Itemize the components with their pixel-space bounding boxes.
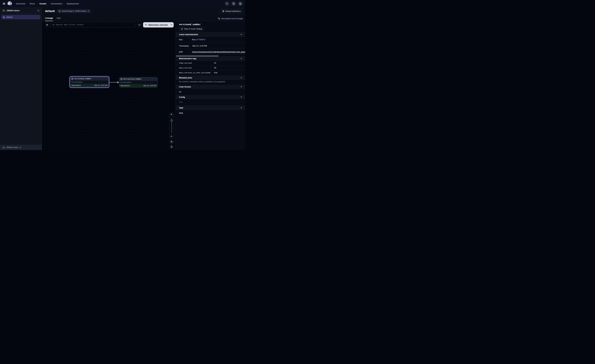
footer-repo-name: 250321-dvers <box>7 146 18 148</box>
asset-table-icon <box>120 78 122 80</box>
download-icon <box>170 146 173 148</box>
sidebar: 250321-dvers 1 default 250321-dvers <box>0 7 42 150</box>
view-in-asset-catalog-button[interactable]: View in Asset Catalog <box>179 27 204 31</box>
section-title: Config <box>179 96 185 98</box>
asset-node-versioned-number[interactable]: versioned_number No description Material… <box>70 77 109 87</box>
gear-icon <box>239 2 242 5</box>
config-value: Any <box>179 101 183 103</box>
latest-materialization-table: Run Run ef7800f2 Timestamp Mar 21, 5:25 … <box>176 37 245 55</box>
sidebar-repo-row[interactable]: 250321-dvers 1 <box>0 8 42 14</box>
tab-list[interactable]: List <box>57 17 61 21</box>
collapse-caret-icon <box>241 77 242 78</box>
badge-repo-link[interactable]: 250321-dvers <box>75 10 86 12</box>
materialize-selected-button[interactable]: Materialize selected <box>143 22 174 28</box>
expand-sidebar-panel-button[interactable] <box>45 22 50 28</box>
collapse-caret-icon <box>241 107 242 108</box>
top-nav-actions <box>224 1 243 6</box>
section-latest-materialization[interactable]: Latest materialization <box>176 32 245 37</box>
lineage-graph-canvas[interactable]: Materialize selected versioned_number No… <box>42 21 176 150</box>
row-value: Mar 21, 5:25 PM <box>190 43 245 49</box>
row-key: Run <box>176 37 190 43</box>
folder-icon <box>3 9 5 12</box>
tag-key: code_version <box>176 61 212 65</box>
page-header: default Asset Group in 250321-dvers Relo… <box>42 7 245 21</box>
section-title: Type <box>179 107 183 109</box>
catalog-button-label: View in Asset Catalog <box>184 28 202 30</box>
section-materialization-tags[interactable]: Materialization tags <box>176 56 245 61</box>
download-graph-button[interactable] <box>169 145 174 149</box>
sync-icon[interactable] <box>87 10 89 12</box>
nav-item-runs[interactable]: Runs <box>30 2 35 5</box>
tag-value: v4 <box>212 62 245 64</box>
asset-node-description: No description <box>119 81 157 84</box>
path-link[interactable]: /Users/smackesey/stm/code/elementl/exper… <box>192 51 245 53</box>
collapse-caret-icon <box>241 34 242 35</box>
view-tabs: Lineage List <box>45 17 61 21</box>
tag-value: 20 <box>212 67 245 69</box>
asset-table-icon <box>71 78 73 80</box>
asset-node-multiplied-number[interactable]: multiplied_number No description Materia… <box>119 77 158 87</box>
section-metadata-plots[interactable]: Metadata plots <box>176 76 245 80</box>
sidebar-footer-repo[interactable]: 250321-dvers <box>0 145 42 150</box>
table-row: Timestamp Mar 21, 5:25 PM <box>176 43 245 49</box>
run-id-link[interactable]: ef7800f2 <box>196 39 205 41</box>
asset-detail-panel: versioned_number View in Asset Catalog L… <box>176 21 245 150</box>
materialization-timestamp[interactable]: Mar 21, 5:25 PM <box>143 85 156 87</box>
settings-button[interactable] <box>238 1 243 6</box>
search-input[interactable] <box>56 24 134 26</box>
metadata-plots-empty-text: No numeric metadata entries available to… <box>179 81 226 83</box>
nav-item-deployment[interactable]: Deployment <box>67 2 79 5</box>
table-row: path /Users/smackesey/stm/code/elementl/… <box>176 49 245 55</box>
lineage-edge-arrow <box>109 81 120 84</box>
asset-group-icon <box>58 10 61 12</box>
section-title: Latest materialization <box>179 34 198 36</box>
tab-lineage[interactable]: Lineage <box>45 17 53 21</box>
refresh-icon <box>138 24 141 26</box>
materialized-status: Materialized <box>120 85 130 87</box>
materialize-dropdown-button[interactable] <box>170 25 174 25</box>
top-nav: Overview Runs Assets Automation Deployme… <box>0 0 245 7</box>
help-icon <box>232 2 235 5</box>
nav-item-overview[interactable]: Overview <box>16 2 25 5</box>
dagster-logo[interactable] <box>7 1 13 7</box>
reload-definitions-button[interactable]: Reload definitions <box>220 9 243 13</box>
asset-search-box <box>51 22 136 28</box>
hamburger-menu-icon[interactable] <box>1 1 6 6</box>
section-code-version[interactable]: Code Version <box>176 85 245 89</box>
dagster-app: Overview Runs Assets Automation Deployme… <box>0 0 245 150</box>
section-config[interactable]: Config <box>176 95 245 99</box>
sidebar-item-default-group[interactable]: default <box>1 15 40 19</box>
table-row: data_version_is_user_provided true <box>176 70 245 75</box>
section-title: Metadata plots <box>179 77 192 79</box>
help-button[interactable] <box>231 1 236 6</box>
chevron-down-icon <box>171 25 172 25</box>
graph-toolbar: Materialize selected <box>45 22 174 28</box>
sync-icon[interactable] <box>19 147 21 148</box>
panel-toggle-icon <box>46 24 49 26</box>
global-lineage-label: View global asset lineage <box>221 17 243 20</box>
horizontal-scrollbar[interactable] <box>176 56 219 56</box>
tag-key: data_version <box>176 65 212 70</box>
zoom-slider[interactable] <box>170 117 174 134</box>
asset-group-badge[interactable]: Asset Group in 250321-dvers <box>57 9 91 13</box>
search-button[interactable] <box>224 1 229 6</box>
refresh-graph-button[interactable] <box>137 22 142 28</box>
nav-item-assets[interactable]: Assets <box>39 2 46 5</box>
table-row: data_version 20 <box>176 65 245 70</box>
sparkle-icon <box>145 24 147 26</box>
reload-cube-icon <box>222 10 224 12</box>
page-title: default <box>45 9 55 13</box>
tag-value: true <box>212 71 245 74</box>
zoom-slider-knob[interactable] <box>170 119 173 122</box>
gear-icon <box>170 140 173 143</box>
collapse-caret-icon <box>241 58 242 59</box>
view-global-asset-lineage-link[interactable]: View global asset lineage <box>218 17 243 20</box>
nav-item-automation[interactable]: Automation <box>51 2 62 5</box>
section-type[interactable]: Type <box>176 106 245 110</box>
zoom-out-button[interactable] <box>170 134 174 139</box>
graph-settings-button[interactable] <box>169 140 174 144</box>
asset-node-name: versioned_number <box>74 78 92 80</box>
folder-icon <box>3 147 5 148</box>
zoom-in-button[interactable] <box>170 112 174 117</box>
materialization-timestamp[interactable]: Mar 21, 5:25 PM <box>95 84 107 86</box>
